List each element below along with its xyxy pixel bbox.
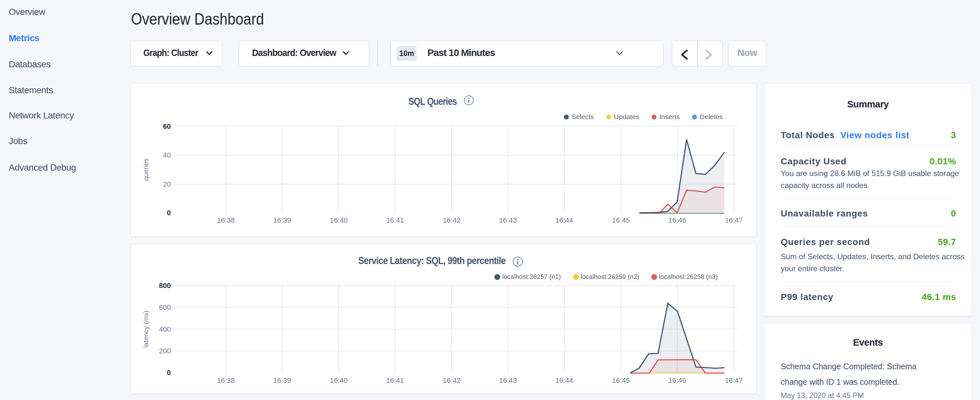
svg-text:16:41: 16:41	[386, 376, 404, 384]
svg-text:16:41: 16:41	[386, 216, 404, 224]
svg-text:16:40: 16:40	[330, 376, 347, 384]
svg-text:queries: queries	[142, 159, 150, 181]
svg-text:400: 400	[159, 325, 171, 333]
svg-text:latency (ms): latency (ms)	[142, 311, 150, 347]
svg-text:16:43: 16:43	[499, 216, 517, 224]
svg-text:16:42: 16:42	[442, 376, 460, 384]
svg-text:600: 600	[159, 303, 171, 311]
svg-text:40: 40	[163, 151, 171, 159]
svg-text:16:46: 16:46	[668, 216, 686, 224]
svg-text:20: 20	[163, 180, 171, 188]
svg-text:60: 60	[163, 122, 171, 131]
svg-text:16:40: 16:40	[330, 216, 347, 224]
svg-text:16:43: 16:43	[499, 376, 517, 384]
svg-text:16:47: 16:47	[725, 216, 743, 224]
svg-text:16:45: 16:45	[612, 216, 630, 224]
svg-text:16:38: 16:38	[217, 376, 235, 384]
svg-text:16:45: 16:45	[612, 376, 630, 384]
svg-text:16:39: 16:39	[273, 216, 291, 224]
svg-text:0: 0	[167, 369, 171, 377]
svg-text:16:44: 16:44	[555, 376, 573, 384]
svg-text:16:39: 16:39	[273, 376, 291, 384]
svg-text:800: 800	[159, 282, 171, 290]
svg-text:16:47: 16:47	[725, 376, 743, 384]
svg-text:200: 200	[159, 347, 171, 355]
svg-text:16:42: 16:42	[442, 216, 460, 224]
svg-text:0: 0	[167, 209, 171, 217]
svg-text:16:46: 16:46	[668, 376, 686, 384]
svg-text:16:38: 16:38	[217, 216, 235, 224]
svg-text:16:44: 16:44	[555, 216, 573, 224]
